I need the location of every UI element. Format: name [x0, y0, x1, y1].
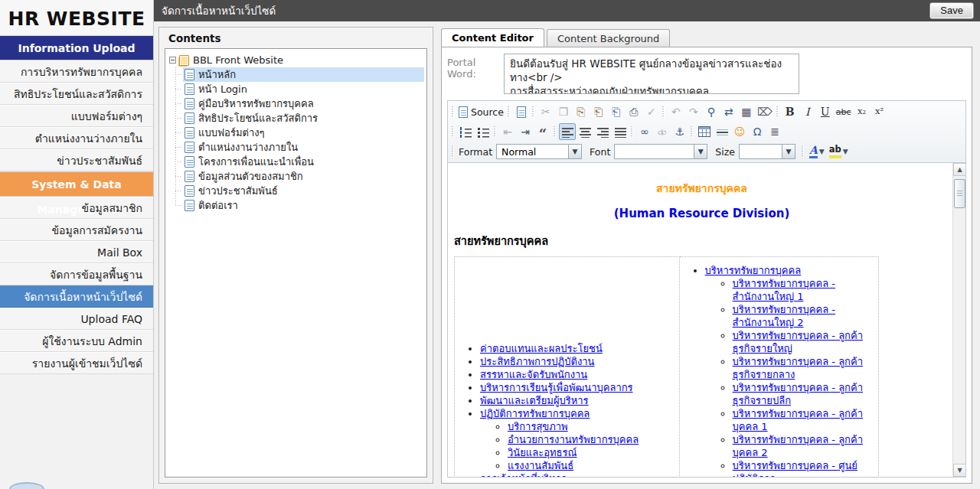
- tree-node[interactable]: หน้าหลัก: [183, 67, 424, 82]
- bold-button[interactable]: B: [782, 103, 799, 120]
- sidebar-item[interactable]: การบริหารทรัพยากรบุคคล: [0, 60, 153, 83]
- chevron-down-icon[interactable]: ▼: [782, 145, 795, 158]
- sidebar-item[interactable]: จัดการข้อมูลพื้นฐาน: [0, 263, 153, 285]
- smiley-button[interactable]: ☺: [731, 123, 748, 140]
- tree-node[interactable]: แบบฟอร์มต่างๆ: [183, 126, 424, 140]
- tree-node[interactable]: สิทธิประโยชน์และสวัสดิการ: [183, 111, 424, 126]
- remove-format-button[interactable]: ⌦: [756, 103, 774, 120]
- toolbar-group-handle[interactable]: [494, 126, 496, 138]
- background-color-button[interactable]: ab ▼: [827, 143, 851, 160]
- horizontal-rule-button[interactable]: [714, 123, 730, 140]
- tree-node[interactable]: ติดต่อเรา: [183, 198, 424, 213]
- select-all-button[interactable]: ▦: [738, 103, 755, 120]
- insert-table-button[interactable]: [696, 123, 713, 140]
- find-button[interactable]: ⚲: [703, 103, 720, 120]
- content-link[interactable]: บริหารทรัพยากรบุคคล - ลูกค้าธุรกิจรายใหญ…: [733, 330, 863, 354]
- toolbar-group-handle[interactable]: [691, 126, 693, 138]
- tab-content-background[interactable]: Content Background: [547, 29, 670, 47]
- sidebar-item[interactable]: รายงานผู้เข้าชมเว็ปไซด์: [0, 352, 153, 374]
- content-link[interactable]: สรรหาและจัดรับพนักงาน: [480, 369, 587, 380]
- editor-content-area[interactable]: สายทรัพยากรบุคคล (Human Resource Divisio…: [448, 163, 965, 477]
- content-link[interactable]: บริหารทรัพยากรบุคคล - สำนักงานใหญ่ 1: [733, 278, 835, 302]
- content-link[interactable]: บริการสุขภาพ: [508, 421, 568, 432]
- tree-node[interactable]: ข่าวประชาสัมพันธ์: [183, 184, 424, 198]
- vertical-scrollbar[interactable]: ▲ ▼: [952, 163, 965, 477]
- sidebar-item[interactable]: ผู้ใช้งานระบบ Admin: [0, 330, 153, 352]
- sidebar-item[interactable]: ตำแหน่งงานว่างภายใน: [0, 127, 153, 149]
- tree-node[interactable]: ข้อมูลส่วนตัวของสมาชิก: [183, 169, 424, 184]
- content-link[interactable]: ประสิทธิภาพการปฏิบัติงาน: [480, 356, 594, 367]
- tree-node[interactable]: หน้า Login: [183, 82, 424, 96]
- toolbar-group-handle[interactable]: [631, 126, 633, 138]
- content-link[interactable]: ปฏิบัติการทรัพยากรบุคคล: [480, 408, 590, 419]
- sidebar-item[interactable]: แบบฟอร์มต่างๆ: [0, 105, 153, 127]
- blockquote-button[interactable]: “: [534, 123, 551, 140]
- content-link[interactable]: อำนวยการงานทรัพยากรบุคคล: [508, 434, 639, 445]
- toolbar-group-handle[interactable]: [532, 106, 534, 118]
- content-link[interactable]: พัฒนาและเตรียมผู้บริหาร: [480, 395, 589, 406]
- format-select[interactable]: Normal ▼: [496, 144, 582, 159]
- chevron-down-icon[interactable]: ▼: [568, 145, 581, 158]
- toolbar-group-handle[interactable]: [452, 106, 454, 118]
- bulleted-list-button[interactable]: [475, 123, 492, 140]
- tree-root-node[interactable]: BBL Front Website: [169, 53, 424, 67]
- content-link[interactable]: บริหารการเรียนรู้เพื่อพัฒนาบุคลากร: [480, 382, 633, 393]
- collapse-icon[interactable]: [169, 57, 176, 64]
- toolbar-group-handle[interactable]: [776, 106, 779, 118]
- scroll-down-icon[interactable]: ▼: [953, 464, 966, 477]
- align-left-button[interactable]: [559, 123, 576, 140]
- numbered-list-button[interactable]: [457, 123, 474, 140]
- content-link[interactable]: แรงงานสัมพันธ์: [508, 460, 573, 471]
- italic-button[interactable]: I: [799, 103, 816, 120]
- tree-node[interactable]: โครงการเพื่อนแนะนำเพื่อน: [183, 155, 424, 169]
- content-link[interactable]: วินัยและอุทธรณ์: [508, 447, 577, 458]
- scrollbar-thumb[interactable]: [954, 179, 965, 208]
- increase-indent-button[interactable]: ⇥: [517, 123, 534, 140]
- size-select[interactable]: ▼: [739, 144, 795, 159]
- paste-plain-text-button[interactable]: ⎗: [590, 103, 607, 120]
- tree-node[interactable]: คู่มือบริหารทรัพยากรบุคคล: [183, 96, 424, 111]
- content-link[interactable]: บริหารทรัพยากรบุคคล: [705, 265, 802, 276]
- sidebar-item[interactable]: Mail Box: [0, 241, 153, 263]
- save-button[interactable]: Save: [929, 2, 974, 19]
- toolbar-group-handle[interactable]: [508, 106, 510, 118]
- chevron-down-icon[interactable]: ▼: [694, 145, 707, 158]
- toolbar-group-handle[interactable]: [554, 126, 556, 138]
- link-button[interactable]: ∞: [636, 123, 653, 140]
- toolbar-group-handle[interactable]: [452, 146, 454, 158]
- strikethrough-button[interactable]: abc: [835, 103, 853, 120]
- scroll-up-icon[interactable]: ▲: [953, 163, 966, 176]
- toolbar-group-handle[interactable]: [662, 106, 665, 118]
- align-right-button[interactable]: [594, 123, 611, 140]
- content-link[interactable]: บริหารทรัพยากรบุคคล - ลูกค้าบุคคล 1: [733, 408, 863, 432]
- tree-node[interactable]: ตำแหน่งงานว่างภายใน: [183, 140, 424, 155]
- replace-button[interactable]: ⇄: [720, 103, 737, 120]
- toolbar-group-handle[interactable]: [802, 146, 804, 158]
- align-center-button[interactable]: [577, 123, 593, 140]
- subscript-button[interactable]: x₂: [854, 103, 871, 120]
- source-button[interactable]: Source: [457, 103, 505, 120]
- print-button[interactable]: ⎙: [626, 103, 642, 120]
- sidebar-item[interactable]: ข่าวประชาสัมพันธ์: [0, 149, 153, 171]
- content-link[interactable]: การเจ้าหน้าที่บริหาร: [480, 473, 567, 477]
- paste-from-word-button[interactable]: ⎗: [608, 103, 625, 120]
- anchor-button[interactable]: ⚓: [671, 123, 688, 140]
- sidebar-item[interactable]: Upload FAQ: [0, 308, 153, 330]
- sidebar-item[interactable]: ข้อมูลการสมัครงาน: [0, 219, 153, 241]
- portal-word-input[interactable]: ยินดีต้อนรับสู่ HR WEBSITE ศูนย์กลางข้อม…: [504, 54, 799, 94]
- content-link[interactable]: บริหารทรัพยากรบุคคล - ศูนย์ปฏิบัติการ: [733, 460, 858, 477]
- content-link[interactable]: ค่าตอบแทนและผลประโยชน์: [480, 343, 603, 354]
- sidebar-item[interactable]: สิทธิประโยชน์และสวัสดิการ: [0, 83, 153, 105]
- text-color-button[interactable]: A ▼: [807, 143, 827, 160]
- content-link[interactable]: บริหารทรัพยากรบุคคล - สำนักงานใหญ่ 2: [733, 304, 835, 328]
- new-page-button[interactable]: [513, 103, 530, 120]
- sidebar-item[interactable]: จัดการเนื้อหาหน้าเว็ปไซด์: [0, 285, 153, 308]
- align-justify-button[interactable]: [612, 123, 629, 140]
- superscript-button[interactable]: x²: [871, 103, 888, 120]
- page-break-button[interactable]: ≣: [766, 123, 783, 140]
- content-link[interactable]: บริหารทรัพยากรบุคคล - ลูกค้าธุรกิจรายกลา…: [733, 356, 863, 380]
- content-link[interactable]: บริหารทรัพยากรบุคคล - ลูกค้าบุคคล 2: [733, 434, 863, 458]
- special-character-button[interactable]: Ω: [749, 123, 766, 140]
- tab-content-editor[interactable]: Content Editor: [441, 28, 544, 47]
- font-select[interactable]: ▼: [614, 144, 707, 159]
